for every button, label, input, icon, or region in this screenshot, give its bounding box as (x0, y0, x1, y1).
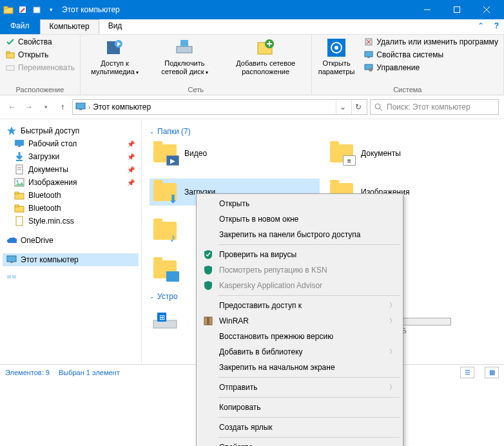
label: Bluetooth (28, 204, 61, 213)
label: Устро (157, 292, 178, 301)
label: Этот компьютер (21, 255, 79, 264)
svg-point-19 (334, 46, 338, 50)
submenu-arrow-icon: 〉 (389, 347, 396, 356)
media-icon (104, 37, 125, 58)
minimize-button[interactable] (412, 0, 442, 19)
tab-view[interactable]: Вид (99, 19, 131, 34)
label: Переименовать (18, 63, 75, 72)
close-button[interactable] (472, 0, 501, 19)
separator (218, 417, 400, 418)
search-input[interactable]: Поиск: Этот компьютер (370, 99, 499, 115)
ctx-open-new-window[interactable]: Открыть в новом окне (199, 211, 401, 227)
open-settings-button[interactable]: Открыть параметры (316, 36, 358, 77)
up-button[interactable]: ↑ (55, 100, 70, 114)
recent-locations-button[interactable]: ▾ (39, 100, 53, 114)
submenu-arrow-icon: 〉 (389, 301, 396, 310)
svg-rect-9 (6, 52, 10, 53)
ctx-open[interactable]: Открыть (199, 196, 401, 211)
collapse-ribbon-icon[interactable]: ⌃ (472, 19, 489, 34)
separator (218, 377, 400, 378)
tree-desktop[interactable]: Рабочий стол📌 (3, 137, 139, 150)
ctx-pin-quick-access[interactable]: Закрепить на панели быстрого доступа (199, 227, 401, 242)
chevron-right-icon: › (88, 104, 90, 111)
label: Изображения (28, 178, 77, 187)
ctx-add-to-library[interactable]: Добавить в библиотеку〉 (199, 344, 401, 360)
open-button[interactable]: Открыть (4, 49, 76, 61)
label: Папки (7) (157, 127, 191, 136)
uninstall-button[interactable]: Удалить или изменить программу (362, 36, 499, 48)
chevron-down-icon: ⌄ (150, 293, 155, 300)
ctx-properties[interactable]: Свойства (199, 440, 401, 446)
view-details-button[interactable]: ☰ (460, 367, 474, 378)
label: Быстрый доступ (21, 126, 79, 135)
ribbon: Свойства Открыть Переименовать Расположе… (0, 35, 504, 95)
svg-rect-1 (4, 6, 8, 8)
svg-text:⊞: ⊞ (159, 313, 165, 321)
help-icon[interactable]: ? (489, 19, 504, 34)
tree-quick-access[interactable]: Быстрый доступ (3, 124, 139, 137)
svg-rect-10 (6, 66, 14, 70)
ctx-kaspersky-advisor[interactable]: Kaspersky Application Advisor (199, 278, 401, 293)
ribbon-group-location: Свойства Открыть Переименовать Расположе… (0, 35, 81, 95)
tab-file[interactable]: Файл (0, 19, 40, 34)
css-file-icon (14, 216, 24, 226)
svg-rect-42 (7, 256, 16, 262)
media-access-button[interactable]: Доступ к мультимедиа▾ (84, 36, 145, 77)
folder-icon (3, 4, 14, 15)
qat-properties-icon[interactable] (17, 4, 28, 15)
address-dropdown-icon[interactable]: ⌄ (336, 100, 349, 114)
ctx-send-to[interactable]: Отправить〉 (199, 380, 401, 395)
tree-downloads[interactable]: Загрузки📌 (3, 150, 139, 163)
shield-icon (202, 249, 214, 260)
ctx-ksn-reputation[interactable]: Посмотреть репутацию в KSN (199, 262, 401, 278)
ctx-previous-versions[interactable]: Восстановить прежнюю версию (199, 329, 401, 344)
label: Доступ к мультимедиа▾ (87, 59, 142, 75)
properties-button[interactable]: Свойства (4, 36, 76, 48)
tab-computer[interactable]: Компьютер (40, 19, 99, 34)
ctx-create-shortcut[interactable]: Создать ярлык (199, 420, 401, 435)
forward-button[interactable]: → (22, 100, 36, 114)
tree-documents[interactable]: Документы📌 (3, 163, 139, 176)
view-icons-button[interactable]: ▦ (485, 367, 499, 378)
back-button[interactable]: ← (5, 100, 19, 114)
svg-rect-13 (177, 46, 192, 53)
tree-bluetooth1[interactable]: Bluetooth (3, 189, 139, 202)
tree-onedrive[interactable]: OneDrive (3, 234, 139, 247)
tree-pictures[interactable]: Изображения📌 (3, 176, 139, 189)
ctx-give-access[interactable]: Предоставить доступ к〉 (199, 298, 401, 313)
label: Свойства (18, 37, 52, 46)
label: Bluetooth (28, 191, 61, 200)
folder-item-videos[interactable]: ▶ Видео (150, 140, 320, 167)
ctx-scan-viruses[interactable]: Проверить на вирусы (199, 247, 401, 262)
ctx-pin-start[interactable]: Закрепить на начальном экране (199, 360, 401, 375)
group-header-folders[interactable]: ⌄ Папки (7) (150, 127, 496, 136)
address-bar[interactable]: › Этот компьютер ⌄ ↻ (72, 99, 367, 115)
ctx-winrar[interactable]: WinRAR〉 (199, 313, 401, 329)
folder-item-documents[interactable]: ≡ Документы (326, 140, 496, 167)
onedrive-icon (6, 235, 17, 246)
add-network-location-button[interactable]: Добавить сетевое расположение (224, 36, 307, 77)
svg-rect-43 (10, 262, 13, 263)
maximize-button[interactable] (442, 0, 472, 19)
group-label: Сеть (84, 84, 307, 95)
manage-button[interactable]: Управление (362, 62, 499, 73)
tree-bluetooth2[interactable]: Bluetooth (3, 202, 139, 215)
ctx-copy[interactable]: Копировать (199, 400, 401, 415)
system-properties-button[interactable]: Свойства системы (362, 49, 499, 61)
qat-dropdown-icon[interactable]: ▾ (45, 4, 57, 15)
settings-icon (326, 37, 347, 58)
item-count: Элементов: 9 (5, 369, 50, 376)
submenu-arrow-icon: 〉 (389, 316, 396, 325)
refresh-button[interactable]: ↻ (351, 100, 364, 114)
pin-icon: 📌 (127, 166, 135, 173)
svg-rect-50 (207, 317, 209, 325)
pc-icon (363, 50, 374, 60)
map-drive-button[interactable]: Подключить сетевой диск▾ (150, 36, 219, 77)
label: Открыть параметры (318, 59, 355, 75)
tree-stylecss[interactable]: Style.min.css (3, 215, 139, 228)
chevron-down-icon: ⌄ (150, 128, 155, 135)
qat-new-folder-icon[interactable] (31, 4, 43, 15)
svg-rect-21 (365, 52, 373, 57)
tree-network[interactable] (3, 273, 139, 286)
tree-this-pc[interactable]: Этот компьютер (3, 253, 139, 266)
